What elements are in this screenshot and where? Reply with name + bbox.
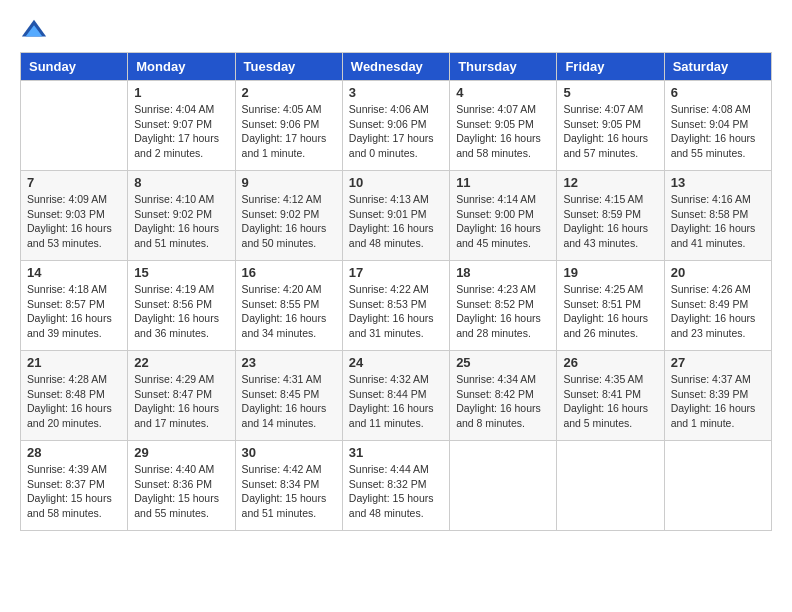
day-number: 16: [242, 265, 336, 280]
day-info: Sunrise: 4:10 AM Sunset: 9:02 PM Dayligh…: [134, 192, 228, 251]
day-cell: [557, 441, 664, 531]
day-cell: 4Sunrise: 4:07 AM Sunset: 9:05 PM Daylig…: [450, 81, 557, 171]
day-info: Sunrise: 4:42 AM Sunset: 8:34 PM Dayligh…: [242, 462, 336, 521]
day-cell: 1Sunrise: 4:04 AM Sunset: 9:07 PM Daylig…: [128, 81, 235, 171]
col-thursday: Thursday: [450, 53, 557, 81]
day-info: Sunrise: 4:12 AM Sunset: 9:02 PM Dayligh…: [242, 192, 336, 251]
day-cell: 22Sunrise: 4:29 AM Sunset: 8:47 PM Dayli…: [128, 351, 235, 441]
day-number: 29: [134, 445, 228, 460]
day-info: Sunrise: 4:35 AM Sunset: 8:41 PM Dayligh…: [563, 372, 657, 431]
day-cell: 24Sunrise: 4:32 AM Sunset: 8:44 PM Dayli…: [342, 351, 449, 441]
day-info: Sunrise: 4:08 AM Sunset: 9:04 PM Dayligh…: [671, 102, 765, 161]
day-number: 7: [27, 175, 121, 190]
day-info: Sunrise: 4:04 AM Sunset: 9:07 PM Dayligh…: [134, 102, 228, 161]
day-info: Sunrise: 4:09 AM Sunset: 9:03 PM Dayligh…: [27, 192, 121, 251]
week-row-3: 14Sunrise: 4:18 AM Sunset: 8:57 PM Dayli…: [21, 261, 772, 351]
day-info: Sunrise: 4:07 AM Sunset: 9:05 PM Dayligh…: [456, 102, 550, 161]
day-info: Sunrise: 4:25 AM Sunset: 8:51 PM Dayligh…: [563, 282, 657, 341]
logo-icon: [20, 16, 48, 44]
day-number: 4: [456, 85, 550, 100]
day-cell: 11Sunrise: 4:14 AM Sunset: 9:00 PM Dayli…: [450, 171, 557, 261]
day-cell: 23Sunrise: 4:31 AM Sunset: 8:45 PM Dayli…: [235, 351, 342, 441]
day-info: Sunrise: 4:06 AM Sunset: 9:06 PM Dayligh…: [349, 102, 443, 161]
day-info: Sunrise: 4:19 AM Sunset: 8:56 PM Dayligh…: [134, 282, 228, 341]
calendar-table: Sunday Monday Tuesday Wednesday Thursday…: [20, 52, 772, 531]
col-tuesday: Tuesday: [235, 53, 342, 81]
day-cell: [21, 81, 128, 171]
col-friday: Friday: [557, 53, 664, 81]
day-cell: 3Sunrise: 4:06 AM Sunset: 9:06 PM Daylig…: [342, 81, 449, 171]
header-row: Sunday Monday Tuesday Wednesday Thursday…: [21, 53, 772, 81]
day-info: Sunrise: 4:05 AM Sunset: 9:06 PM Dayligh…: [242, 102, 336, 161]
day-cell: 31Sunrise: 4:44 AM Sunset: 8:32 PM Dayli…: [342, 441, 449, 531]
day-number: 2: [242, 85, 336, 100]
day-cell: [450, 441, 557, 531]
day-cell: 17Sunrise: 4:22 AM Sunset: 8:53 PM Dayli…: [342, 261, 449, 351]
day-number: 27: [671, 355, 765, 370]
day-number: 20: [671, 265, 765, 280]
calendar-body: 1Sunrise: 4:04 AM Sunset: 9:07 PM Daylig…: [21, 81, 772, 531]
day-cell: 19Sunrise: 4:25 AM Sunset: 8:51 PM Dayli…: [557, 261, 664, 351]
day-info: Sunrise: 4:37 AM Sunset: 8:39 PM Dayligh…: [671, 372, 765, 431]
day-number: 30: [242, 445, 336, 460]
day-number: 24: [349, 355, 443, 370]
day-info: Sunrise: 4:29 AM Sunset: 8:47 PM Dayligh…: [134, 372, 228, 431]
day-number: 14: [27, 265, 121, 280]
day-cell: 15Sunrise: 4:19 AM Sunset: 8:56 PM Dayli…: [128, 261, 235, 351]
day-number: 5: [563, 85, 657, 100]
day-info: Sunrise: 4:20 AM Sunset: 8:55 PM Dayligh…: [242, 282, 336, 341]
day-number: 9: [242, 175, 336, 190]
day-cell: 5Sunrise: 4:07 AM Sunset: 9:05 PM Daylig…: [557, 81, 664, 171]
day-info: Sunrise: 4:28 AM Sunset: 8:48 PM Dayligh…: [27, 372, 121, 431]
day-cell: 20Sunrise: 4:26 AM Sunset: 8:49 PM Dayli…: [664, 261, 771, 351]
day-cell: 26Sunrise: 4:35 AM Sunset: 8:41 PM Dayli…: [557, 351, 664, 441]
day-info: Sunrise: 4:32 AM Sunset: 8:44 PM Dayligh…: [349, 372, 443, 431]
day-number: 18: [456, 265, 550, 280]
col-saturday: Saturday: [664, 53, 771, 81]
day-number: 25: [456, 355, 550, 370]
day-info: Sunrise: 4:22 AM Sunset: 8:53 PM Dayligh…: [349, 282, 443, 341]
day-cell: 8Sunrise: 4:10 AM Sunset: 9:02 PM Daylig…: [128, 171, 235, 261]
day-info: Sunrise: 4:40 AM Sunset: 8:36 PM Dayligh…: [134, 462, 228, 521]
day-info: Sunrise: 4:44 AM Sunset: 8:32 PM Dayligh…: [349, 462, 443, 521]
day-number: 11: [456, 175, 550, 190]
day-cell: 14Sunrise: 4:18 AM Sunset: 8:57 PM Dayli…: [21, 261, 128, 351]
day-info: Sunrise: 4:39 AM Sunset: 8:37 PM Dayligh…: [27, 462, 121, 521]
day-info: Sunrise: 4:26 AM Sunset: 8:49 PM Dayligh…: [671, 282, 765, 341]
col-monday: Monday: [128, 53, 235, 81]
day-number: 10: [349, 175, 443, 190]
day-cell: 7Sunrise: 4:09 AM Sunset: 9:03 PM Daylig…: [21, 171, 128, 261]
day-info: Sunrise: 4:31 AM Sunset: 8:45 PM Dayligh…: [242, 372, 336, 431]
day-number: 19: [563, 265, 657, 280]
day-number: 26: [563, 355, 657, 370]
day-info: Sunrise: 4:18 AM Sunset: 8:57 PM Dayligh…: [27, 282, 121, 341]
day-info: Sunrise: 4:16 AM Sunset: 8:58 PM Dayligh…: [671, 192, 765, 251]
day-number: 21: [27, 355, 121, 370]
day-cell: 9Sunrise: 4:12 AM Sunset: 9:02 PM Daylig…: [235, 171, 342, 261]
logo: [20, 16, 52, 44]
day-number: 12: [563, 175, 657, 190]
day-info: Sunrise: 4:15 AM Sunset: 8:59 PM Dayligh…: [563, 192, 657, 251]
day-number: 6: [671, 85, 765, 100]
week-row-4: 21Sunrise: 4:28 AM Sunset: 8:48 PM Dayli…: [21, 351, 772, 441]
day-cell: 29Sunrise: 4:40 AM Sunset: 8:36 PM Dayli…: [128, 441, 235, 531]
week-row-1: 1Sunrise: 4:04 AM Sunset: 9:07 PM Daylig…: [21, 81, 772, 171]
day-number: 31: [349, 445, 443, 460]
day-cell: 18Sunrise: 4:23 AM Sunset: 8:52 PM Dayli…: [450, 261, 557, 351]
day-cell: 30Sunrise: 4:42 AM Sunset: 8:34 PM Dayli…: [235, 441, 342, 531]
day-cell: 21Sunrise: 4:28 AM Sunset: 8:48 PM Dayli…: [21, 351, 128, 441]
day-info: Sunrise: 4:13 AM Sunset: 9:01 PM Dayligh…: [349, 192, 443, 251]
day-cell: [664, 441, 771, 531]
day-number: 17: [349, 265, 443, 280]
col-wednesday: Wednesday: [342, 53, 449, 81]
day-cell: 10Sunrise: 4:13 AM Sunset: 9:01 PM Dayli…: [342, 171, 449, 261]
col-sunday: Sunday: [21, 53, 128, 81]
day-number: 22: [134, 355, 228, 370]
day-number: 13: [671, 175, 765, 190]
day-info: Sunrise: 4:07 AM Sunset: 9:05 PM Dayligh…: [563, 102, 657, 161]
day-cell: 25Sunrise: 4:34 AM Sunset: 8:42 PM Dayli…: [450, 351, 557, 441]
week-row-2: 7Sunrise: 4:09 AM Sunset: 9:03 PM Daylig…: [21, 171, 772, 261]
day-cell: 16Sunrise: 4:20 AM Sunset: 8:55 PM Dayli…: [235, 261, 342, 351]
day-number: 1: [134, 85, 228, 100]
day-cell: 12Sunrise: 4:15 AM Sunset: 8:59 PM Dayli…: [557, 171, 664, 261]
